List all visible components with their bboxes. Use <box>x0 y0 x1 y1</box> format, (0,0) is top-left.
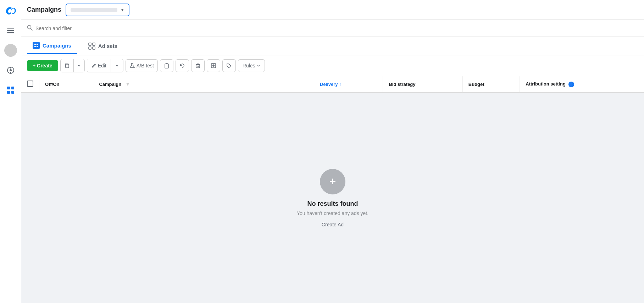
empty-state-subtitle: You haven't created any ads yet. <box>297 210 368 216</box>
sidebar <box>0 0 21 303</box>
campaigns-dropdown[interactable]: ▼ <box>66 4 129 16</box>
svg-point-25 <box>228 65 228 65</box>
campaigns-table: Off/On Campaign ▼ Delivery ↑ Bid strateg… <box>21 76 644 93</box>
th-campaign[interactable]: Campaign ▼ <box>93 76 314 93</box>
svg-rect-19 <box>165 64 168 68</box>
tab-bar: Campaigns Ad sets <box>21 37 644 55</box>
svg-rect-17 <box>66 64 69 68</box>
svg-rect-8 <box>11 87 14 89</box>
meta-logo-icon <box>4 4 17 17</box>
svg-point-4 <box>10 69 12 71</box>
duplicate-button-group <box>60 59 85 72</box>
tab-campaigns[interactable]: Campaigns <box>27 38 77 54</box>
ab-test-button[interactable]: A/B test <box>126 59 158 72</box>
table-view-icon[interactable] <box>4 84 17 97</box>
th-attribution: Attribution setting i <box>520 76 644 93</box>
move-icon <box>211 63 216 68</box>
duplicate-button[interactable] <box>61 59 74 72</box>
campaign-sort-arrow: ▼ <box>126 82 130 87</box>
svg-rect-0 <box>7 28 14 29</box>
create-ad-link[interactable]: Create Ad <box>322 222 344 227</box>
th-bid-strategy: Bid strategy <box>383 76 462 93</box>
page-title: Campaigns <box>27 6 61 13</box>
tag-button[interactable] <box>222 59 236 72</box>
toolbar: + Create <box>21 55 644 76</box>
dropdown-selected-value <box>71 8 117 12</box>
svg-rect-16 <box>93 47 95 49</box>
delete-button[interactable] <box>191 59 205 72</box>
undo-button[interactable] <box>176 59 189 72</box>
th-offon: Off/On <box>39 76 93 93</box>
clipboard-button[interactable] <box>160 59 173 72</box>
adsets-icon <box>88 43 95 50</box>
tab-adsets[interactable]: Ad sets <box>83 38 123 54</box>
empty-state: + No results found You haven't created a… <box>21 93 644 303</box>
duplicate-chevron-button[interactable] <box>74 59 84 72</box>
content-area: Campaigns Ad sets + Create <box>21 37 644 303</box>
svg-rect-9 <box>7 91 10 94</box>
svg-rect-14 <box>93 43 95 45</box>
clipboard-icon <box>164 63 170 68</box>
svg-rect-10 <box>11 91 14 94</box>
trash-icon <box>195 63 201 68</box>
rules-chevron-icon <box>257 64 260 67</box>
topbar: Campaigns ▼ <box>21 0 644 20</box>
tag-icon <box>226 63 232 68</box>
dashboard-icon[interactable] <box>4 64 17 77</box>
create-button[interactable]: + Create <box>27 60 58 71</box>
move-button[interactable] <box>207 59 220 72</box>
th-checkbox[interactable] <box>21 76 39 93</box>
edit-button[interactable]: Edit <box>87 59 111 72</box>
svg-rect-2 <box>7 32 14 33</box>
rules-button[interactable]: Rules <box>238 59 265 72</box>
svg-rect-7 <box>7 87 10 89</box>
th-delivery[interactable]: Delivery ↑ <box>314 76 383 93</box>
tab-adsets-label: Ad sets <box>98 43 117 49</box>
th-budget: Budget <box>462 76 520 93</box>
undo-icon <box>179 63 185 68</box>
edit-button-group: Edit <box>87 59 123 72</box>
tab-campaigns-label: Campaigns <box>43 43 71 49</box>
svg-rect-13 <box>89 43 91 45</box>
svg-rect-1 <box>7 30 14 31</box>
user-avatar[interactable] <box>4 44 17 57</box>
svg-rect-15 <box>89 47 91 49</box>
attribution-info-icon[interactable]: i <box>568 82 574 87</box>
empty-state-icon: + <box>320 169 345 194</box>
edit-icon <box>91 63 96 68</box>
campaigns-icon <box>33 42 40 49</box>
searchbar <box>21 20 644 37</box>
main-content: Campaigns ▼ Campaigns <box>21 0 644 303</box>
svg-rect-20 <box>196 65 200 68</box>
chevron-down-icon: ▼ <box>120 7 124 12</box>
svg-line-12 <box>31 28 33 30</box>
search-icon <box>27 25 33 32</box>
select-all-checkbox[interactable] <box>27 81 33 87</box>
search-input[interactable] <box>35 26 638 31</box>
flask-icon <box>129 63 135 68</box>
hamburger-menu-icon[interactable] <box>4 24 17 37</box>
edit-chevron-button[interactable] <box>111 59 123 72</box>
table-header-row: Off/On Campaign ▼ Delivery ↑ Bid strateg… <box>21 76 644 93</box>
empty-state-title: No results found <box>307 200 358 208</box>
